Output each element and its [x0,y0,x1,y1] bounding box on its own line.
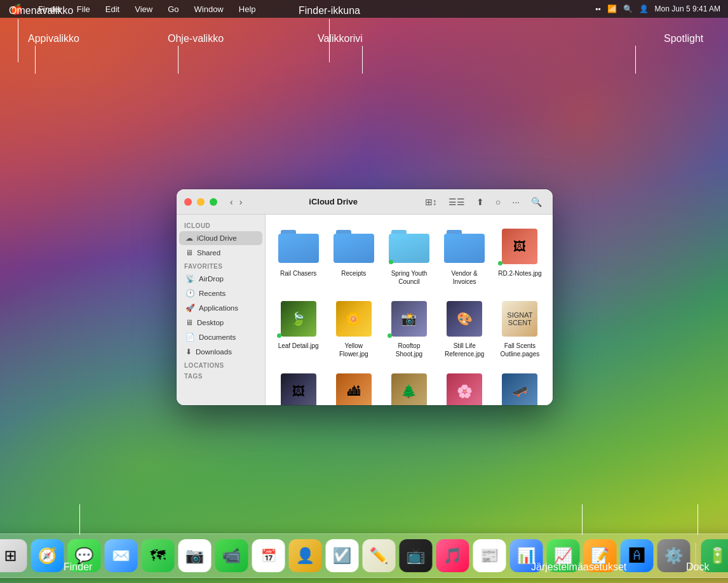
dock-freeform[interactable]: ✏️ [363,539,396,572]
dock-maps[interactable]: 🗺 [142,539,175,572]
receipts-name: Receipts [341,269,366,278]
file-item-fall-scents[interactable]: SIGNATSCENT Fall Scents Outline.pages [495,295,545,362]
sidebar-favorites-header: Favorites [177,260,265,271]
dock-facetime[interactable]: 📹 [215,539,248,572]
rd-notes-thumb: 🖼 [499,226,540,267]
rail-chasers-thumb [278,226,319,267]
go-menu[interactable]: Go [165,3,181,15]
forward-button[interactable]: › [237,196,245,208]
file-item-yellow-flower[interactable]: 🌼 Yellow Flower.jpg [328,295,379,362]
spring-youth-thumb [389,226,429,267]
file-item-skater[interactable]: 🛹 Skater.jpeg [495,367,545,405]
window-menu[interactable]: Window [192,3,226,15]
dock-calendar-icon: 📅 [260,548,276,563]
file-item-spring-youth[interactable]: Spring Youth Council [384,222,434,290]
window-close-button[interactable] [184,198,192,206]
dock-messages-icon: 💬 [75,547,94,565]
sidebar-desktop-label: Desktop [197,319,224,326]
menubar-left: 🍎 Finder File Edit View Go Window Help [8,2,259,17]
file-item-leaf[interactable]: 🍃 Leaf Detail.jpg [273,295,323,362]
sidebar-item-documents[interactable]: 📄 Documents [179,330,262,344]
file-item-rail-chasers[interactable]: Rail Chasers [273,222,323,290]
dock-mail-icon: ✉️ [112,547,131,565]
file-item-vendor-invoices[interactable]: Vendor & Invoices [440,222,490,290]
dock-launchpad[interactable]: ⊞ [0,539,27,572]
dock-keynote[interactable]: 📊 [510,539,543,572]
pink-thumb: 🌸 [444,371,485,405]
file-item-mexico-city[interactable]: 🏙 Mexico City.jpeg [328,367,379,405]
sidebar-item-applications[interactable]: 🚀 Applications [179,301,262,315]
dock-divider [696,543,696,568]
search-button[interactable]: 🔍 [528,196,545,208]
still-life-image: 🎨 [447,301,482,337]
share-button[interactable]: ⬆ [473,196,487,208]
dock-facetime-icon: 📹 [222,547,241,565]
file-menu[interactable]: File [74,3,93,15]
sidebar-item-icloud-drive[interactable]: ☁ iCloud Drive [179,231,262,245]
vendor-invoices-thumb [444,226,485,267]
view-options-button[interactable]: ☰☰ [445,196,468,208]
back-button[interactable]: ‹ [227,196,236,208]
apple-menu[interactable]: 🍎 [8,2,25,17]
rooftop-name: Rooftop Shoot.jpg [386,342,431,358]
leaf-name: Leaf Detail.jpg [278,342,319,350]
file-item-rd-notes[interactable]: 🖼 RD.2-Notes.jpg [495,222,545,290]
view-grid-button[interactable]: ⊞↕ [422,196,440,208]
dock-mail[interactable]: ✉️ [105,539,138,572]
dock-numbers-icon: 📈 [554,547,573,565]
edit-menu[interactable]: Edit [103,3,122,15]
dock-messages[interactable]: 💬 [68,539,101,572]
skater-thumb: 🛹 [499,371,540,405]
dock-appletv-icon: 📺 [407,547,426,565]
window-minimize-button[interactable] [197,198,205,206]
sidebar-airdrop-label: AirDrop [199,275,224,283]
file-item-title-cover[interactable]: 🖼 Title Cover.jpg [273,367,323,405]
dock-safari[interactable]: 🧭 [31,539,64,572]
sidebar-item-recents[interactable]: 🕐 Recents [179,286,262,300]
view-menu[interactable]: View [132,3,155,15]
icloud-icon: ☁ [185,234,193,243]
shared-icon: 🖥 [185,248,193,257]
dock-appstore[interactable]: 🅰 [621,539,654,572]
sidebar-tags-header: Tags [177,370,265,381]
file-item-lone-pine[interactable]: 🌲 Lone Pine.jpeg [384,367,434,405]
yellow-flower-name: Yellow Flower.jpg [331,342,376,358]
menubar-battery-icon: ▪▪ [595,4,601,13]
file-item-receipts[interactable]: Receipts [328,222,379,290]
file-grid-inner: Rail Chasers Receipts [273,222,545,405]
file-item-still-life[interactable]: 🎨 Still Life Reference.jpg [440,295,490,362]
documents-icon: 📄 [185,333,195,342]
sidebar-item-shared[interactable]: 🖥 Shared [179,246,262,260]
window-maximize-button[interactable] [210,198,217,206]
sidebar-item-downloads[interactable]: ⬇ Downloads [179,345,262,359]
menubar-time: Mon Jun 5 9:41 AM [655,4,720,13]
dock-appletv[interactable]: 📺 [400,539,433,572]
dock-contacts-icon: 👤 [296,547,315,565]
more-button[interactable]: ··· [509,196,523,208]
dock-monitor[interactable]: 🔋 [701,539,729,572]
dock-numbers[interactable]: 📈 [547,539,580,572]
dock-reminders[interactable]: ☑️ [326,539,359,572]
sidebar-item-desktop[interactable]: 🖥 Desktop [179,316,262,330]
finder-menu[interactable]: Finder [36,3,64,15]
still-life-thumb: 🎨 [444,298,485,339]
status-dot-rd [498,261,502,265]
dock-pages-icon: 📝 [591,547,610,565]
dock-calendar[interactable]: 📅 [252,539,285,572]
dock-pages[interactable]: 📝 [584,539,617,572]
file-item-rooftop[interactable]: 📸 Rooftop Shoot.jpg [384,295,434,362]
dock-news[interactable]: 📰 [473,539,506,572]
dock-contacts[interactable]: 👤 [289,539,322,572]
tag-button[interactable]: ○ [492,196,504,208]
dock-freeform-icon: ✏️ [370,547,389,565]
help-menu[interactable]: Help [236,3,259,15]
dock-appstore-icon: 🅰 [630,547,645,565]
sidebar-recents-label: Recents [199,290,226,297]
fall-scents-image: SIGNATSCENT [502,301,537,337]
sidebar-item-airdrop[interactable]: 📡 AirDrop [179,272,262,286]
dock-system-prefs[interactable]: ⚙️ [657,539,691,572]
menubar-search-icon[interactable]: 🔍 [623,4,633,13]
dock-photos[interactable]: 📷 [179,539,212,572]
dock-music[interactable]: 🎵 [436,539,469,572]
file-item-pink[interactable]: 🌸 Pink.jpeg [440,367,490,405]
